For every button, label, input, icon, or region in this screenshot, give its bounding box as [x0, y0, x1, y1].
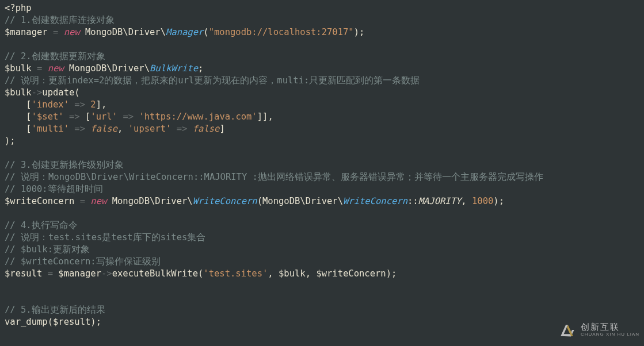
- comment: // 1000:等待超时时间: [5, 184, 103, 194]
- keyword-new: new: [90, 196, 106, 206]
- key: 'upsert': [128, 124, 172, 134]
- var: $bulk: [5, 63, 32, 74]
- var: $writeConcern: [5, 196, 74, 206]
- keyword-new: new: [48, 63, 64, 74]
- key: '$set': [32, 112, 64, 122]
- number: 2: [90, 99, 96, 110]
- class-name: Manager: [166, 27, 203, 37]
- namespace: MongoDB\Driver\: [69, 63, 150, 74]
- number: 1000: [472, 196, 493, 206]
- constant: MAJORITY: [418, 196, 462, 206]
- watermark-cn: 创新互联: [581, 322, 639, 332]
- var: $manager: [58, 268, 101, 279]
- var: $writeConcern: [316, 268, 386, 279]
- key: 'index': [32, 99, 69, 110]
- var: $bulk: [279, 268, 306, 279]
- var: $bulk: [5, 87, 32, 98]
- code-block: <?php // 1.创建数据库连接对象 $manager = new Mong…: [5, 2, 644, 328]
- class-name: WriteConcern: [193, 196, 257, 206]
- keyword-new: new: [64, 27, 80, 37]
- bool: false: [90, 124, 117, 134]
- key: 'url': [90, 112, 117, 122]
- comment: // 4.执行写命令: [5, 220, 78, 230]
- comment: // $writeConcern:写操作保证级别: [5, 256, 161, 267]
- method: executeBulkWrite: [112, 268, 198, 279]
- comment: // 说明：MongoDB\Driver\WriteConcern::MAJOR…: [5, 172, 543, 182]
- comment: // 2.创建数据更新对象: [5, 51, 105, 61]
- string: "mongodb://localhost:27017": [209, 27, 354, 37]
- namespace: MongoDB\Driver\: [85, 27, 166, 37]
- php-open: <?php: [5, 3, 32, 13]
- namespace: MongoDB\Driver\: [262, 196, 343, 206]
- class-name: BulkWrite: [150, 63, 198, 74]
- string: 'test.sites': [203, 268, 268, 279]
- key: 'multi': [32, 124, 69, 134]
- var: $result: [53, 317, 90, 327]
- class-name: WriteConcern: [343, 196, 407, 206]
- var: $result: [5, 268, 42, 279]
- comment: // 3.创建更新操作级别对象: [5, 160, 124, 170]
- function: var_dump: [5, 317, 48, 327]
- watermark-en: CHUANG XIN HU LIAN: [581, 332, 639, 337]
- string: 'https://www.java.com': [139, 112, 257, 122]
- namespace: MongoDB\Driver\: [112, 196, 193, 206]
- comment: // $bulk:更新对象: [5, 244, 90, 255]
- comment: // 1.创建数据库连接对象: [5, 15, 115, 25]
- comment: // 说明：test.sites是test库下的sites集合: [5, 232, 205, 243]
- watermark: 创新互联 CHUANG XIN HU LIAN: [557, 320, 639, 340]
- logo-icon: [557, 320, 577, 340]
- var: $manager: [5, 27, 48, 37]
- method: update: [42, 87, 74, 98]
- comment: // 5.输出更新后的结果: [5, 305, 105, 315]
- bool: false: [193, 124, 220, 134]
- comment: // 说明：更新index=2的数据，把原来的url更新为现在的内容，multi…: [5, 75, 420, 86]
